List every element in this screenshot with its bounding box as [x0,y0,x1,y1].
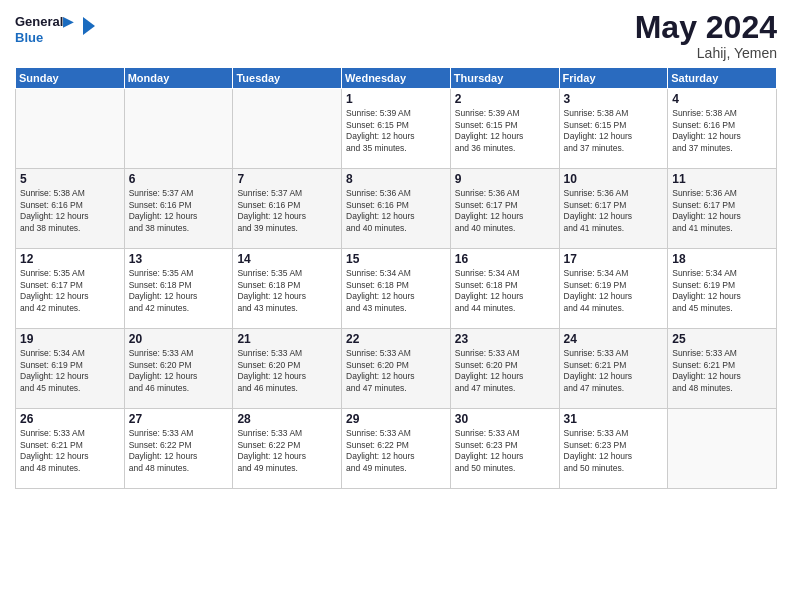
day-number: 9 [455,172,555,186]
day-info: Sunrise: 5:33 AMSunset: 6:21 PMDaylight:… [564,348,664,394]
table-row: 2Sunrise: 5:39 AMSunset: 6:15 PMDaylight… [450,89,559,169]
table-row: 31Sunrise: 5:33 AMSunset: 6:23 PMDayligh… [559,409,668,489]
day-number: 26 [20,412,120,426]
day-info: Sunrise: 5:33 AMSunset: 6:20 PMDaylight:… [346,348,446,394]
table-row: 19Sunrise: 5:34 AMSunset: 6:19 PMDayligh… [16,329,125,409]
logo-icon [75,15,97,37]
day-number: 24 [564,332,664,346]
day-number: 5 [20,172,120,186]
day-info: Sunrise: 5:33 AMSunset: 6:21 PMDaylight:… [672,348,772,394]
col-wednesday: Wednesday [342,68,451,89]
table-row: 14Sunrise: 5:35 AMSunset: 6:18 PMDayligh… [233,249,342,329]
table-row: 12Sunrise: 5:35 AMSunset: 6:17 PMDayligh… [16,249,125,329]
day-number: 13 [129,252,229,266]
day-number: 4 [672,92,772,106]
day-info: Sunrise: 5:33 AMSunset: 6:21 PMDaylight:… [20,428,120,474]
logo-line2: Blue [15,30,73,46]
col-tuesday: Tuesday [233,68,342,89]
day-info: Sunrise: 5:35 AMSunset: 6:18 PMDaylight:… [237,268,337,314]
table-row: 18Sunrise: 5:34 AMSunset: 6:19 PMDayligh… [668,249,777,329]
day-number: 23 [455,332,555,346]
header: General▶ Blue May 2024 Lahij, Yemen [15,10,777,61]
calendar-table: Sunday Monday Tuesday Wednesday Thursday… [15,67,777,489]
col-thursday: Thursday [450,68,559,89]
day-number: 3 [564,92,664,106]
day-info: Sunrise: 5:33 AMSunset: 6:20 PMDaylight:… [455,348,555,394]
col-friday: Friday [559,68,668,89]
table-row [668,409,777,489]
day-number: 22 [346,332,446,346]
day-number: 27 [129,412,229,426]
day-info: Sunrise: 5:33 AMSunset: 6:23 PMDaylight:… [455,428,555,474]
col-saturday: Saturday [668,68,777,89]
table-row [124,89,233,169]
table-row: 24Sunrise: 5:33 AMSunset: 6:21 PMDayligh… [559,329,668,409]
day-number: 2 [455,92,555,106]
day-info: Sunrise: 5:33 AMSunset: 6:22 PMDaylight:… [346,428,446,474]
day-number: 25 [672,332,772,346]
day-info: Sunrise: 5:39 AMSunset: 6:15 PMDaylight:… [455,108,555,154]
sub-title: Lahij, Yemen [635,45,777,61]
page: General▶ Blue May 2024 Lahij, Yemen Sund… [0,0,792,612]
day-info: Sunrise: 5:35 AMSunset: 6:17 PMDaylight:… [20,268,120,314]
day-info: Sunrise: 5:35 AMSunset: 6:18 PMDaylight:… [129,268,229,314]
table-row: 13Sunrise: 5:35 AMSunset: 6:18 PMDayligh… [124,249,233,329]
day-info: Sunrise: 5:38 AMSunset: 6:16 PMDaylight:… [20,188,120,234]
day-number: 31 [564,412,664,426]
col-sunday: Sunday [16,68,125,89]
day-info: Sunrise: 5:38 AMSunset: 6:15 PMDaylight:… [564,108,664,154]
day-number: 30 [455,412,555,426]
day-info: Sunrise: 5:33 AMSunset: 6:23 PMDaylight:… [564,428,664,474]
day-number: 15 [346,252,446,266]
table-row [16,89,125,169]
day-info: Sunrise: 5:33 AMSunset: 6:20 PMDaylight:… [129,348,229,394]
day-number: 14 [237,252,337,266]
table-row: 29Sunrise: 5:33 AMSunset: 6:22 PMDayligh… [342,409,451,489]
table-row: 23Sunrise: 5:33 AMSunset: 6:20 PMDayligh… [450,329,559,409]
table-row: 26Sunrise: 5:33 AMSunset: 6:21 PMDayligh… [16,409,125,489]
day-number: 21 [237,332,337,346]
day-info: Sunrise: 5:34 AMSunset: 6:19 PMDaylight:… [672,268,772,314]
table-row: 5Sunrise: 5:38 AMSunset: 6:16 PMDaylight… [16,169,125,249]
table-row: 7Sunrise: 5:37 AMSunset: 6:16 PMDaylight… [233,169,342,249]
table-row: 9Sunrise: 5:36 AMSunset: 6:17 PMDaylight… [450,169,559,249]
day-info: Sunrise: 5:34 AMSunset: 6:19 PMDaylight:… [564,268,664,314]
day-number: 6 [129,172,229,186]
day-info: Sunrise: 5:33 AMSunset: 6:20 PMDaylight:… [237,348,337,394]
day-info: Sunrise: 5:34 AMSunset: 6:19 PMDaylight:… [20,348,120,394]
table-row: 10Sunrise: 5:36 AMSunset: 6:17 PMDayligh… [559,169,668,249]
main-title: May 2024 [635,10,777,45]
table-row: 8Sunrise: 5:36 AMSunset: 6:16 PMDaylight… [342,169,451,249]
day-info: Sunrise: 5:39 AMSunset: 6:15 PMDaylight:… [346,108,446,154]
day-number: 8 [346,172,446,186]
table-row: 20Sunrise: 5:33 AMSunset: 6:20 PMDayligh… [124,329,233,409]
day-info: Sunrise: 5:33 AMSunset: 6:22 PMDaylight:… [237,428,337,474]
day-number: 16 [455,252,555,266]
table-row: 6Sunrise: 5:37 AMSunset: 6:16 PMDaylight… [124,169,233,249]
day-number: 18 [672,252,772,266]
table-row: 3Sunrise: 5:38 AMSunset: 6:15 PMDaylight… [559,89,668,169]
day-info: Sunrise: 5:34 AMSunset: 6:18 PMDaylight:… [346,268,446,314]
day-info: Sunrise: 5:34 AMSunset: 6:18 PMDaylight:… [455,268,555,314]
logo: General▶ Blue [15,14,97,45]
day-info: Sunrise: 5:38 AMSunset: 6:16 PMDaylight:… [672,108,772,154]
day-number: 28 [237,412,337,426]
table-row: 27Sunrise: 5:33 AMSunset: 6:22 PMDayligh… [124,409,233,489]
logo-line1: General▶ [15,14,73,30]
day-number: 11 [672,172,772,186]
table-row: 25Sunrise: 5:33 AMSunset: 6:21 PMDayligh… [668,329,777,409]
table-row: 22Sunrise: 5:33 AMSunset: 6:20 PMDayligh… [342,329,451,409]
title-block: May 2024 Lahij, Yemen [635,10,777,61]
table-row [233,89,342,169]
day-info: Sunrise: 5:37 AMSunset: 6:16 PMDaylight:… [129,188,229,234]
day-number: 19 [20,332,120,346]
day-number: 20 [129,332,229,346]
table-row: 16Sunrise: 5:34 AMSunset: 6:18 PMDayligh… [450,249,559,329]
svg-marker-0 [83,17,95,35]
day-info: Sunrise: 5:36 AMSunset: 6:17 PMDaylight:… [455,188,555,234]
table-row: 4Sunrise: 5:38 AMSunset: 6:16 PMDaylight… [668,89,777,169]
table-row: 11Sunrise: 5:36 AMSunset: 6:17 PMDayligh… [668,169,777,249]
day-info: Sunrise: 5:33 AMSunset: 6:22 PMDaylight:… [129,428,229,474]
col-monday: Monday [124,68,233,89]
day-info: Sunrise: 5:36 AMSunset: 6:16 PMDaylight:… [346,188,446,234]
